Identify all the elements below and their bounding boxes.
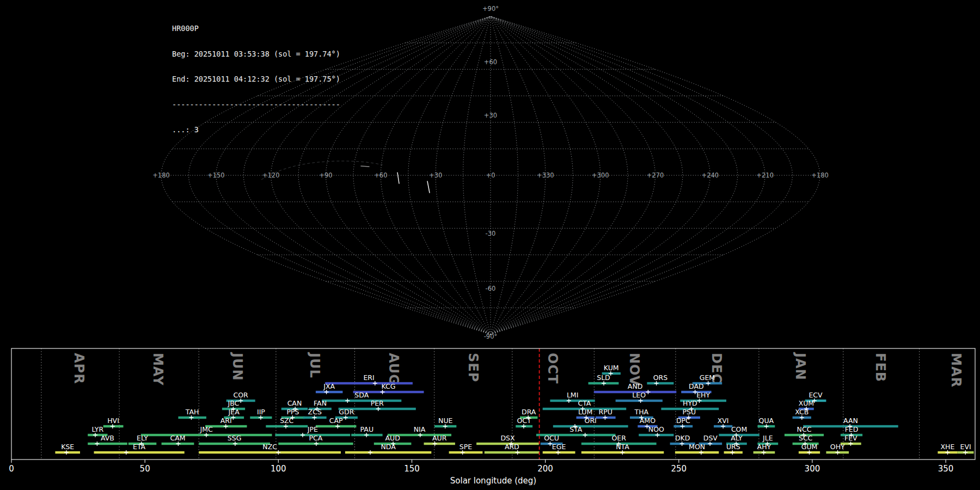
shower-label-JMC: JMC	[200, 425, 213, 433]
shower-label-LMI: LMI	[567, 391, 578, 399]
shower-label-SSG: SSG	[228, 434, 242, 442]
month-label-jul: JUL	[307, 352, 322, 378]
peak-marker-URS	[730, 450, 734, 455]
shower-label-KCG: KCG	[382, 382, 396, 390]
shower-label-PPS: PPS	[287, 408, 299, 416]
shower-label-CAN: CAN	[287, 399, 302, 407]
shower-bar-ETA	[94, 451, 185, 454]
station-code: HR000P	[172, 24, 340, 33]
shower-label-HVI: HVI	[107, 416, 119, 425]
shower-label-OCU: OCU	[544, 434, 559, 442]
shower-label-ZCS: ZCS	[308, 408, 322, 416]
peak-marker-XVI	[721, 424, 725, 428]
peak-marker-LEO	[639, 399, 643, 403]
shower-label-CAP: CAP	[329, 416, 343, 425]
peak-marker-SSG	[233, 442, 237, 446]
map-lon-label: +210	[756, 171, 774, 179]
radiant-plot-screen: HR000P Beg: 20251011 03:53:38 (sol = 197…	[0, 0, 980, 490]
peak-marker-ERI	[373, 381, 377, 385]
month-label-aug: AUG	[386, 353, 401, 385]
peak-marker-HVI	[111, 424, 115, 428]
shower-label-GEM: GEM	[700, 373, 715, 382]
peak-marker-IIP	[259, 415, 263, 420]
shower-label-AND: AND	[628, 382, 643, 390]
map-lat-label: +60	[484, 58, 497, 66]
peak-marker-OCT	[522, 424, 526, 428]
shower-label-FAN: FAN	[314, 399, 327, 407]
shower-label-GDR: GDR	[339, 408, 354, 416]
shower-label-PAU: PAU	[360, 425, 373, 433]
peak-marker-KCG	[381, 390, 385, 394]
peak-marker-EHY	[697, 399, 702, 403]
shower-label-ETA: ETA	[133, 443, 146, 451]
map-lon-label: +180	[811, 171, 829, 179]
map-lat-label: -30	[486, 230, 496, 237]
shower-label-STA: STA	[569, 425, 583, 433]
shower-label-EGE: EGE	[552, 443, 566, 451]
map-lon-label: +90	[319, 171, 332, 179]
meteor-trail	[397, 173, 399, 183]
shower-label-NCC: NCC	[797, 425, 812, 433]
map-lat-label: -90°	[484, 333, 498, 340]
shower-label-AMO: AMO	[640, 416, 656, 425]
shower-label-ARD: ARD	[505, 443, 519, 451]
peak-marker-PCA	[314, 442, 318, 446]
map-lon-label: +240	[702, 171, 719, 179]
shower-bar-NZC	[199, 451, 341, 454]
month-label-nov: NOV	[627, 353, 642, 386]
end-time: End: 20251011 04:12:32 (sol = 197.75°)	[172, 75, 340, 84]
shower-label-URS: URS	[726, 443, 740, 451]
x-tick-label: 300	[805, 464, 820, 474]
shower-label-OHY: OHY	[830, 443, 845, 451]
shower-label-NIA: NIA	[414, 425, 426, 433]
shower-label-PSU: PSU	[683, 408, 696, 416]
shower-label-AUR: AUR	[432, 434, 447, 442]
shower-label-JEA: JEA	[228, 408, 240, 416]
shower-label-NUE: NUE	[438, 416, 452, 425]
peak-marker-EVI	[963, 450, 967, 455]
shower-label-XUM: XUM	[799, 399, 814, 407]
peak-marker-XCB	[800, 415, 804, 420]
map-lon-label: +30	[429, 171, 442, 179]
map-lon-label: +60	[374, 171, 387, 179]
map-lon-label: +120	[262, 171, 280, 179]
shower-label-XCB: XCB	[795, 408, 808, 416]
shower-label-XVI: XVI	[718, 416, 729, 425]
x-tick-label: 0	[9, 464, 14, 474]
peak-marker-FEV	[849, 442, 853, 446]
activity-chart: APRMAYJUNJULAUGSEPOCTNOVDECJANFEBMARKUME…	[9, 348, 975, 486]
map-lon-label: +300	[592, 171, 609, 179]
peak-marker-ARI	[224, 424, 228, 428]
shower-bar-NDA	[345, 451, 431, 454]
shower-label-ERI: ERI	[363, 373, 374, 382]
shower-label-NOO: NOO	[648, 425, 664, 433]
peak-marker-TAH	[189, 415, 194, 420]
shower-label-XHE: XHE	[941, 443, 955, 451]
shower-label-SZC: SZC	[280, 416, 293, 425]
separator-line: --------------------------------------	[172, 101, 340, 109]
shower-label-ARI: ARI	[220, 416, 232, 425]
x-tick-label: 200	[537, 464, 553, 474]
shower-label-CTA: CTA	[578, 399, 591, 407]
month-label-mar: MAR	[948, 353, 964, 388]
peak-marker-JXA	[324, 390, 329, 394]
shower-label-IIP: IIP	[257, 408, 265, 416]
peak-marker-SDA	[345, 399, 350, 403]
peak-marker-CAM	[176, 442, 180, 446]
peak-marker-DKD	[680, 442, 684, 446]
peak-marker-PAU	[364, 433, 369, 437]
map-lon-label: +330	[537, 171, 554, 179]
peak-marker-ARD	[516, 450, 520, 455]
shower-label-HYD: HYD	[683, 399, 697, 407]
peak-marker-JPE	[301, 433, 305, 437]
shower-label-OER: OER	[611, 434, 626, 442]
meteor-count: ...: 3	[172, 126, 340, 134]
shower-label-QUA: QUA	[759, 416, 774, 425]
peak-marker-PER	[376, 407, 381, 411]
shower-label-COM: COM	[731, 425, 747, 433]
shower-label-DKD: DKD	[675, 434, 690, 442]
shower-label-OCT: OCT	[517, 416, 532, 425]
shower-label-JLE: JLE	[762, 434, 773, 442]
peak-marker-KSE	[64, 450, 69, 455]
shower-label-JPE: JPE	[307, 425, 318, 433]
